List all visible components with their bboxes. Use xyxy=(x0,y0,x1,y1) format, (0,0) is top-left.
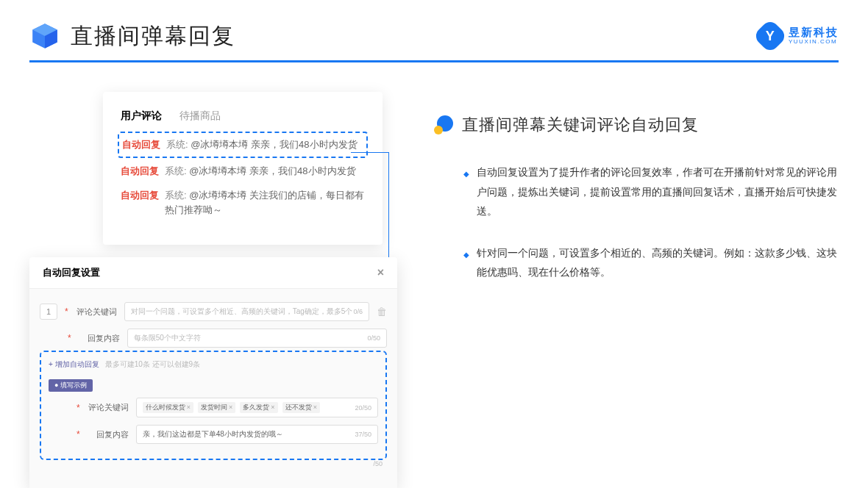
comment-row-highlighted: 自动回复 系统: @冰墫墫本墫 亲亲，我们48小时内发货 xyxy=(118,132,368,158)
required-dot-icon: * xyxy=(65,306,68,317)
field-label: 回复内容 xyxy=(79,333,120,344)
logo-badge-icon: Y xyxy=(753,18,788,54)
field-label: 评论关键词 xyxy=(76,306,117,317)
comment-row: 自动回复 系统: @冰墫墫本墫 关注我们的店铺，每日都有热门推荐呦～ xyxy=(121,188,365,217)
tag-item[interactable]: 发货时间× xyxy=(198,402,235,413)
cube-icon xyxy=(29,21,60,51)
example-content-input[interactable]: 亲，我们这边都是下单48小时内发货的哦～ 37/50 xyxy=(136,425,378,444)
add-hint-text: 最多可建10条 还可以创建9条 xyxy=(105,359,200,370)
section-heading: 直播间弹幕关键词评论自动回复 xyxy=(434,114,839,136)
tag-item[interactable]: 什么时候发货× xyxy=(143,402,193,413)
bullet-paragraph: ◆ 针对同一个问题，可设置多个相近的、高频的关键词。例如：这款多少钱、这块能优惠… xyxy=(434,243,839,282)
content-input[interactable]: 每条限50个中文字符 0/50 xyxy=(127,329,387,348)
connector-line xyxy=(351,152,389,153)
diamond-icon: ◆ xyxy=(463,167,469,221)
brand-logo: Y 昱新科技 YUUXIN.COM xyxy=(758,24,839,49)
add-reply-link[interactable]: + 增加自动回复 xyxy=(49,359,99,370)
settings-dialog: 自动回复设置 × 1 * 评论关键词 对同一个问题，可设置多个相近、高频的关键词… xyxy=(29,257,397,488)
page-header: 直播间弹幕回复 Y 昱新科技 YUUXIN.COM xyxy=(0,0,868,60)
tag-item[interactable]: 还不发货× xyxy=(282,402,320,413)
dialog-title: 自动回复设置 xyxy=(43,266,100,279)
bubble-icon xyxy=(434,115,453,134)
example-section: + 增加自动回复 最多可建10条 还可以创建9条 ● 填写示例 * 评论关键词 … xyxy=(40,351,387,460)
example-keyword-input[interactable]: 什么时候发货× 发货时间× 多久发货× 还不发货× 20/50 xyxy=(136,398,378,417)
form-row-keyword: 1 * 评论关键词 对同一个问题，可设置多个相近、高频的关键词，Tag确定，最多… xyxy=(40,302,387,321)
auto-reply-label: 自动回复 xyxy=(122,137,160,152)
comment-row: 自动回复 系统: @冰墫墫本墫 亲亲，我们48小时内发货 xyxy=(121,164,365,179)
tab-user-comments[interactable]: 用户评论 xyxy=(121,110,162,123)
logo-text-cn: 昱新科技 xyxy=(789,26,839,39)
required-dot-icon: * xyxy=(68,333,71,343)
comments-panel: 用户评论 待播商品 自动回复 系统: @冰墫墫本墫 亲亲，我们48小时内发货 自… xyxy=(103,92,383,245)
tab-pending-goods[interactable]: 待播商品 xyxy=(179,110,221,123)
example-badge: ● 填写示例 xyxy=(49,379,93,392)
keyword-input[interactable]: 对同一个问题，可设置多个相近、高频的关键词，Tag确定，最多5个 0/6 xyxy=(124,302,369,321)
logo-text-en: YUUXIN.COM xyxy=(789,39,839,46)
page-title: 直播间弹幕回复 xyxy=(71,21,235,51)
form-row-content: * 回复内容 每条限50个中文字符 0/50 xyxy=(40,329,387,348)
close-icon[interactable]: × xyxy=(377,266,384,279)
bullet-paragraph: ◆ 自动回复设置为了提升作者的评论回复效率，作者可在开播前针对常见的评论用户问题… xyxy=(434,162,839,221)
extra-counter: /50 xyxy=(373,460,383,467)
delete-icon[interactable]: 🗑 xyxy=(377,306,387,317)
row-number: 1 xyxy=(40,304,57,320)
tag-item[interactable]: 多久发货× xyxy=(240,402,277,413)
diamond-icon: ◆ xyxy=(463,248,469,282)
